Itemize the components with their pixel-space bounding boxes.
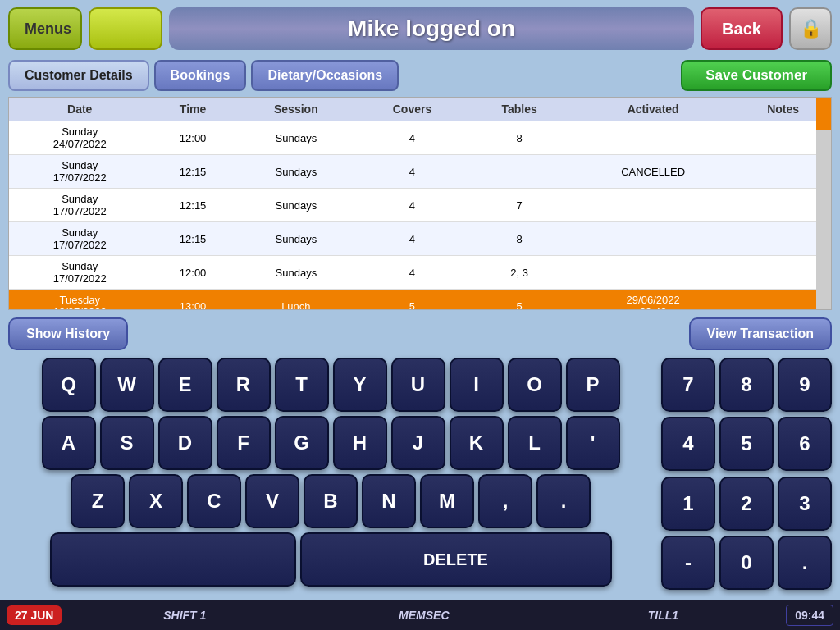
status-shift: SHIFT 1	[68, 609, 301, 622]
status-time: 09:44	[786, 605, 833, 626]
key-u[interactable]: U	[391, 358, 445, 412]
key-x[interactable]: X	[129, 474, 183, 528]
action-row: Show History View Transaction	[0, 313, 840, 354]
key-s[interactable]: S	[100, 416, 154, 470]
key-n[interactable]: N	[362, 474, 416, 528]
bookings-table: Date Time Session Covers Tables Activate…	[8, 97, 832, 310]
yellow-button[interactable]	[89, 7, 162, 50]
delete-key[interactable]: DELETE	[300, 532, 612, 587]
keyboard-row: ASDFGHJKL'	[8, 416, 653, 470]
col-time: Time	[150, 98, 235, 121]
table-row[interactable]: Tuesday 12/07/202213:00Lunch5529/06/2022…	[9, 290, 831, 311]
scrollbar[interactable]	[816, 98, 831, 309]
numkey-6[interactable]: 6	[778, 417, 832, 471]
numkey-5[interactable]: 5	[719, 417, 774, 471]
status-till: TILL1	[547, 609, 780, 622]
lock-icon: 🔒	[800, 18, 822, 39]
key-r[interactable]: R	[217, 358, 271, 412]
key-i[interactable]: I	[450, 358, 504, 412]
menus-button[interactable]: Menus	[8, 7, 82, 50]
numkey-2[interactable]: 2	[719, 477, 774, 531]
key-t[interactable]: T	[275, 358, 329, 412]
key-,[interactable]: ,	[478, 474, 532, 528]
tab-customer-details[interactable]: Customer Details	[8, 60, 149, 91]
scrollbar-thumb[interactable]	[816, 98, 831, 130]
key-m[interactable]: M	[420, 474, 474, 528]
key-j[interactable]: J	[391, 416, 445, 470]
key-k[interactable]: K	[450, 416, 504, 470]
space-key[interactable]	[50, 532, 296, 587]
key-w[interactable]: W	[100, 358, 154, 412]
key-'[interactable]: '	[566, 416, 620, 470]
numkey-3[interactable]: 3	[778, 477, 832, 531]
show-history-button[interactable]: Show History	[8, 317, 128, 350]
col-session: Session	[235, 98, 357, 121]
key-g[interactable]: G	[275, 416, 329, 470]
numkey-0[interactable]: 0	[719, 536, 774, 590]
key-e[interactable]: E	[158, 358, 212, 412]
status-bar: 27 JUN SHIFT 1 MEMSEC TILL1 09:44	[0, 600, 840, 630]
key-h[interactable]: H	[333, 416, 387, 470]
key-y[interactable]: Y	[333, 358, 387, 412]
key-l[interactable]: L	[508, 416, 562, 470]
table-row[interactable]: Sunday 17/07/202212:15Sundays47	[9, 189, 831, 222]
key-q[interactable]: Q	[42, 358, 96, 412]
numkey-.[interactable]: .	[778, 536, 832, 590]
key-z[interactable]: Z	[71, 474, 125, 528]
key-p[interactable]: P	[566, 358, 620, 412]
key-f[interactable]: F	[217, 416, 271, 470]
numpad: 789456123-0.	[661, 358, 832, 591]
view-transaction-button[interactable]: View Transaction	[689, 317, 832, 350]
status-system: MEMSEC	[308, 609, 541, 622]
numkey-4[interactable]: 4	[661, 417, 715, 471]
col-date: Date	[9, 98, 150, 121]
tab-bookings[interactable]: Bookings	[154, 60, 247, 91]
key-.[interactable]: .	[536, 474, 591, 528]
key-b[interactable]: B	[304, 474, 358, 528]
nav-tabs: Customer Details Bookings Dietary/Occasi…	[0, 57, 840, 94]
col-covers: Covers	[357, 98, 468, 121]
keyboard-row: ZXCVBNM,.	[8, 474, 653, 528]
key-v[interactable]: V	[245, 474, 299, 528]
back-button[interactable]: Back	[701, 7, 783, 50]
table-row[interactable]: Sunday 24/07/202212:00Sundays48	[9, 121, 831, 155]
page-title: Mike logged on	[169, 7, 694, 50]
numkey-8[interactable]: 8	[719, 358, 774, 412]
top-bar: Menus Mike logged on Back 🔒	[0, 0, 840, 57]
numkey-9[interactable]: 9	[778, 358, 832, 412]
key-c[interactable]: C	[187, 474, 241, 528]
keyboard-bottom-row: DELETE	[8, 532, 653, 587]
status-date: 27 JUN	[7, 605, 62, 625]
table-row[interactable]: Sunday 17/07/202212:00Sundays42, 3	[9, 256, 831, 290]
numkey-1[interactable]: 1	[661, 477, 715, 531]
col-tables: Tables	[468, 98, 571, 121]
key-o[interactable]: O	[508, 358, 562, 412]
keyboard-main: QWERTYUIOPASDFGHJKL'ZXCVBNM,. DELETE	[8, 358, 653, 591]
keyboard-row: QWERTYUIOP	[8, 358, 653, 412]
save-customer-button[interactable]: Save Customer	[681, 60, 832, 91]
keyboard-area: QWERTYUIOPASDFGHJKL'ZXCVBNM,. DELETE 789…	[0, 354, 840, 594]
table-row[interactable]: Sunday 17/07/202212:15Sundays48	[9, 222, 831, 256]
key-d[interactable]: D	[158, 416, 212, 470]
numkey--[interactable]: -	[661, 536, 715, 590]
numkey-7[interactable]: 7	[661, 358, 715, 412]
lock-button[interactable]: 🔒	[789, 7, 832, 50]
key-a[interactable]: A	[42, 416, 96, 470]
tab-dietary[interactable]: Dietary/Occasions	[251, 60, 399, 91]
col-activated: Activated	[571, 98, 735, 121]
table-row[interactable]: Sunday 17/07/202212:15Sundays4CANCELLED	[9, 155, 831, 189]
